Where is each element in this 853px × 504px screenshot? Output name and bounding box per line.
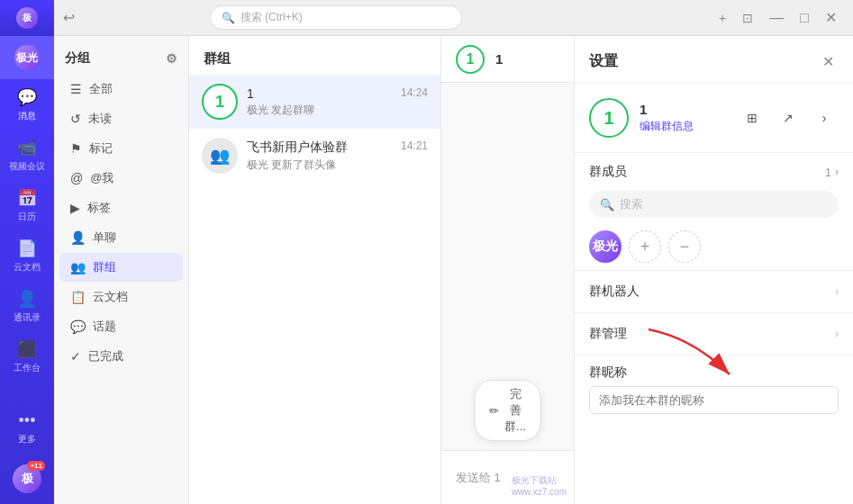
chat-time-2: 14:21 [401, 140, 428, 156]
nav-item-topics[interactable]: 💬 话题 [59, 312, 183, 341]
nav-item-unread[interactable]: ↺ 未读 [59, 104, 183, 133]
sidebar-item-cloud[interactable]: 📄 云文档 [0, 230, 54, 281]
chat-name-1: 1 14:24 [247, 86, 428, 101]
chat-time-1: 14:24 [401, 86, 428, 101]
settings-share-button[interactable]: ↗ [774, 104, 803, 132]
messages-icon: 💬 [17, 87, 37, 107]
settings-qr-button[interactable]: ⊞ [738, 104, 767, 132]
member-avatar-jiguang[interactable]: 极光 [589, 230, 622, 263]
group-icon: 👥 [70, 260, 86, 274]
cloud-doc-icon: 📋 [70, 290, 86, 304]
nav-item-label-tags: 标签 [87, 200, 111, 216]
nav-item-label-group: 群组 [93, 259, 116, 275]
meeting-icon: 📹 [17, 138, 37, 158]
complete-btn-label: 完善群... [504, 386, 526, 435]
member-add-button[interactable]: + [629, 230, 661, 263]
sidebar-item-messages[interactable]: 💬 消息 [0, 79, 54, 130]
cloud-icon: 📄 [17, 238, 37, 258]
sidebar-item-meeting[interactable]: 📹 视频会议 [0, 130, 54, 180]
settings-title: 设置 [589, 52, 618, 71]
back-button[interactable]: ↩ [63, 9, 75, 26]
screen-button[interactable]: ⊡ [737, 9, 758, 27]
topics-icon: 💬 [70, 320, 86, 334]
chat-name-2: 飞书新用户体验群 14:21 [247, 140, 428, 156]
nav-item-label-unread: 未读 [88, 111, 112, 127]
sidebar-item-contacts[interactable]: 👤 通讯录 [0, 281, 54, 331]
nav-panel-title: 分组 [65, 50, 90, 67]
nav-item-marked[interactable]: ⚑ 标记 [59, 134, 183, 163]
marked-icon: ⚑ [70, 141, 82, 156]
send-placeholder-text: 发送给 1 [456, 470, 501, 486]
sidebar-item-label-workbench: 工作台 [14, 362, 41, 374]
edit-icon: ✏ [489, 404, 499, 418]
members-search-box[interactable]: 🔍 搜索 [589, 191, 839, 218]
chat-preview-2: 极光 更新了群头像 [247, 158, 428, 173]
settings-group-name-text: 1 [640, 102, 694, 117]
nickname-input[interactable] [589, 386, 839, 414]
nickname-section: 群昵称 [575, 355, 853, 423]
sidebar-logo: 极光 [0, 36, 54, 79]
chat-avatar-1: 1 [202, 84, 238, 120]
qr-icon: ⊞ [747, 111, 758, 125]
chat-info-1: 1 14:24 极光 发起群聊 [247, 86, 428, 118]
nav-item-label-cloud-doc: 云文档 [93, 289, 128, 305]
nav-panel-header: 分组 ⚙ [54, 43, 188, 74]
chat-avatar-2: 👥 [202, 138, 238, 174]
global-search-bar[interactable]: 🔍 搜索 (Ctrl+K) [210, 5, 462, 30]
minimize-button[interactable]: — [764, 8, 789, 28]
remove-member-icon: − [680, 238, 690, 256]
nickname-label: 群昵称 [589, 364, 839, 381]
nav-item-label-single: 单聊 [93, 230, 116, 246]
sidebar-item-label-calendar: 日历 [18, 211, 36, 223]
sidebar-item-label-cloud: 云文档 [14, 261, 41, 274]
nav-item-single[interactable]: 👤 单聊 [59, 223, 183, 252]
settings-panel: 设置 ✕ 1 1 编辑群信息 ⊞ ↗ › [574, 36, 853, 504]
add-button[interactable]: + [713, 9, 731, 27]
member-remove-button[interactable]: − [668, 230, 701, 263]
complete-group-button[interactable]: ✏ 完善群... [474, 380, 541, 441]
nav-item-label-done: 已完成 [88, 348, 123, 364]
single-icon: 👤 [70, 230, 86, 245]
nav-item-all[interactable]: ☰ 全部 [59, 75, 183, 104]
nav-settings-icon[interactable]: ⚙ [166, 51, 177, 66]
manage-section-title: 群管理 [589, 326, 627, 342]
chat-info-2: 飞书新用户体验群 14:21 极光 更新了群头像 [247, 140, 428, 173]
nav-item-label-topics: 话题 [93, 319, 116, 335]
sidebar-item-more[interactable]: ••• 更多 [0, 403, 54, 454]
calendar-icon: 📅 [17, 188, 37, 208]
manage-section-row[interactable]: 群管理 › [575, 312, 853, 355]
nav-item-group[interactable]: 👥 群组 [59, 253, 183, 282]
members-search-placeholder: 搜索 [620, 196, 643, 212]
settings-more-button[interactable]: › [810, 104, 839, 132]
robot-section-title: 群机器人 [589, 284, 640, 300]
sidebar-item-label-meeting: 视频会议 [9, 160, 45, 173]
main-area: 1 1 ✏ 完善群... 发送给 1 [441, 36, 574, 504]
contacts-icon: 👤 [17, 289, 37, 309]
sidebar-item-calendar[interactable]: 📅 日历 [0, 180, 54, 230]
tags-icon: ▶ [70, 201, 80, 215]
chat-item-2[interactable]: 👥 飞书新用户体验群 14:21 极光 更新了群头像 [189, 129, 440, 183]
members-section-header: 群成员 1 › [575, 153, 853, 185]
sidebar-avatar-item[interactable]: 极 +11 [0, 454, 54, 504]
close-settings-button[interactable]: ✕ [817, 50, 839, 72]
sidebar-item-workbench[interactable]: ⬛ 工作台 [0, 331, 54, 382]
members-arrow-icon[interactable]: › [835, 166, 839, 178]
manage-arrow-icon: › [835, 328, 839, 340]
titlebar-window-controls: + ⊡ — □ ✕ [713, 7, 853, 28]
nav-item-tags[interactable]: ▶ 标签 [59, 194, 183, 222]
workbench-icon: ⬛ [17, 339, 37, 359]
unread-icon: ↺ [70, 112, 81, 126]
nav-item-cloud-doc[interactable]: 📋 云文档 [59, 283, 183, 311]
nav-item-done[interactable]: ✓ 已完成 [59, 342, 183, 371]
robot-section-row[interactable]: 群机器人 › [575, 270, 853, 312]
chat-item-1[interactable]: 1 1 14:24 极光 发起群聊 [189, 75, 440, 129]
add-member-icon: + [640, 238, 650, 256]
settings-edit-info-link[interactable]: 编辑群信息 [640, 119, 694, 134]
logo-circle: 极光 [14, 45, 40, 70]
nav-item-at-me[interactable]: @ @我 [59, 164, 183, 193]
close-window-button[interactable]: ✕ [820, 7, 842, 28]
search-icon: 🔍 [600, 198, 614, 212]
robot-arrow-icon: › [835, 285, 839, 298]
maximize-button[interactable]: □ [794, 8, 814, 28]
main-group-name: 1 [495, 51, 503, 67]
